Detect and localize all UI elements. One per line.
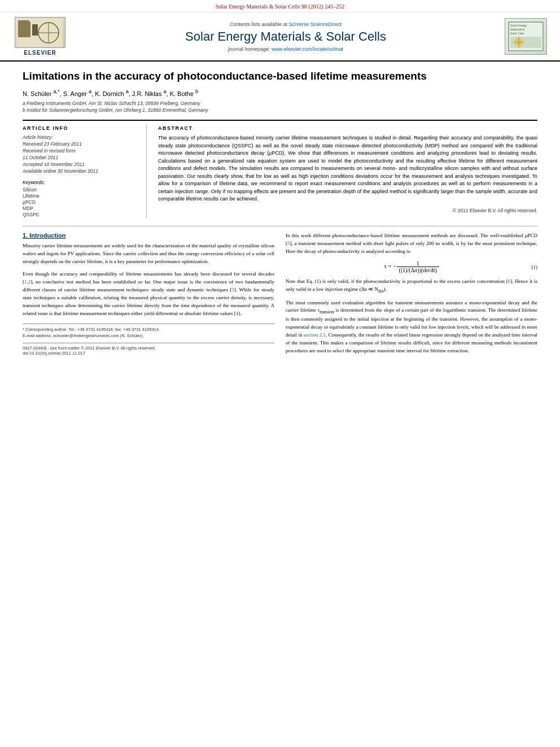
intro-para5: The most commonly used evaluation algori… — [286, 299, 537, 355]
intro-para3: In this work different photoconductance-… — [286, 232, 537, 256]
bottom-info: 0927-0248/$ - see front matter © 2011 El… — [23, 343, 274, 356]
available: Available online 30 November 2011 — [23, 168, 138, 174]
article-title: Limitations in the accuracy of photocond… — [23, 69, 537, 84]
svg-rect-2 — [32, 24, 38, 36]
svg-text:Solar Cells: Solar Cells — [510, 32, 524, 35]
intro-para1: Minority carrier lifetime measurements a… — [23, 242, 274, 266]
ref3[interactable]: 3 — [231, 287, 234, 292]
svg-rect-1 — [20, 21, 30, 37]
journal-name: Solar Energy Materials & Solar Cells — [77, 29, 495, 44]
affil-b: b Institut für Solarenergieforschung Gmb… — [23, 107, 537, 113]
svg-text:Solar Energy: Solar Energy — [510, 24, 527, 27]
equation1-block: τ = − 1 ((1)/(Δσ))(dσ/dt) (1) — [286, 260, 537, 273]
abstract-heading: Abstract — [158, 125, 537, 131]
equation1-number: (1) — [532, 264, 538, 270]
elsevier-logo: ELSEVIER — [9, 17, 71, 56]
main-content: Limitations in the accuracy of photocond… — [0, 62, 560, 365]
journal-header: ELSEVIER Contents lists available at Sci… — [0, 12, 560, 62]
journal-thumbnail: Solar Energy Materials & Solar Cells — [500, 18, 551, 55]
ref4[interactable]: 4 — [236, 311, 239, 316]
citation-text: Solar Energy Materials & Solar Cells 98 … — [216, 3, 345, 10]
sciverse-link[interactable]: SciVerse ScienceDirect — [289, 21, 342, 27]
body-section: 1. Introduction Minority carrier lifetim… — [23, 226, 537, 359]
elsevier-image — [15, 17, 65, 48]
intro-para4: Note that Eq. (1) is only valid, if the … — [286, 278, 537, 294]
homepage-link[interactable]: www.elsevier.com/locate/solmat — [272, 46, 343, 52]
ref6[interactable]: 6 — [508, 278, 511, 284]
equation1: τ = − 1 ((1)/(Δσ))(dσ/dt) — [384, 260, 439, 273]
journal-citation: Solar Energy Materials & Solar Cells 98 … — [0, 0, 560, 12]
journal-cover-image: Solar Energy Materials & Solar Cells — [505, 18, 547, 55]
body-left-column: 1. Introduction Minority carrier lifetim… — [23, 232, 274, 359]
elsevier-label: ELSEVIER — [24, 50, 56, 56]
doi-line: doi:10.1016/j.solmat.2011.11.017 — [23, 351, 274, 356]
homepage: journal homepage: www.elsevier.com/locat… — [77, 46, 495, 52]
keywords-section: Keywords: Silicon Lifetime μPCD MDP QSSP… — [23, 180, 138, 217]
affil-a: a Freiberg Instruments GmbH, Am St. Nicl… — [23, 101, 537, 106]
keyword-silicon: Silicon — [23, 187, 138, 193]
issn-line: 0927-0248/$ - see front matter © 2011 El… — [23, 346, 274, 351]
copyright: © 2011 Elsevier B.V. All rights reserved… — [158, 208, 537, 213]
history-label: Article history: — [23, 134, 138, 140]
svg-text:Materials &: Materials & — [510, 28, 525, 31]
accepted: Accepted 10 November 2011 — [23, 161, 138, 167]
affiliations: a Freiberg Instruments GmbH, Am St. Nicl… — [23, 101, 537, 113]
received1: Received 23 February 2011 — [23, 141, 138, 147]
section1-heading: 1. Introduction — [23, 232, 274, 239]
keyword-qsspc: QSSPC — [23, 212, 138, 217]
ref1[interactable]: 1,2 — [24, 279, 30, 285]
info-abstract-section: Article info Article history: Received 2… — [23, 120, 537, 218]
body-right-column: In this work different photoconductance-… — [286, 232, 537, 359]
abstract-column: Abstract The accuracy of photoconductanc… — [158, 125, 537, 218]
keyword-mdp: MDP — [23, 206, 138, 211]
footnote-email: E-mail address: schueler@freiberginstrum… — [23, 333, 274, 338]
contents-available: Contents lists available at SciVerse Sci… — [77, 21, 495, 27]
authors-text: N. Schüler a,*, S. Anger a, K. Dornich a… — [23, 90, 198, 97]
article-info-heading: Article info — [23, 125, 138, 131]
keyword-lifetime: Lifetime — [23, 193, 138, 199]
journal-title-area: Contents lists available at SciVerse Sci… — [71, 21, 500, 52]
received2-label: Received in revised form — [23, 148, 138, 154]
keywords-label: Keywords: — [23, 180, 138, 185]
article-history: Article history: Received 23 February 20… — [23, 134, 138, 174]
publisher-logo-area: ELSEVIER — [9, 17, 71, 56]
authors-line: N. Schüler a,*, S. Anger a, K. Dornich a… — [23, 89, 537, 98]
received2-date: 11 October 2011 — [23, 155, 138, 160]
abstract-text: The accuracy of photoconductance-based m… — [158, 134, 537, 203]
footnote-corresponding: * Corresponding author. Tel.: +49 3731 4… — [23, 327, 274, 332]
article-info-column: Article info Article history: Received 2… — [23, 125, 147, 218]
footnotes: * Corresponding author. Tel.: +49 3731 4… — [23, 324, 274, 338]
intro-para2: Even though the accuracy and comparabili… — [23, 270, 274, 318]
keyword-upcd: μPCD — [23, 199, 138, 205]
section21-link[interactable]: section 2.1 — [304, 332, 326, 338]
ref5[interactable]: 5 — [287, 241, 290, 246]
keywords-list: Silicon Lifetime μPCD MDP QSSPC — [23, 187, 138, 217]
